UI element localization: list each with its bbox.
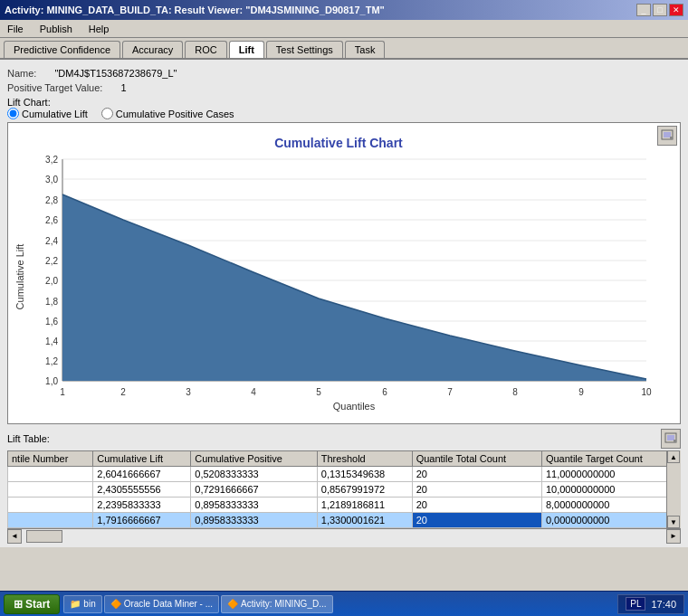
- chart-svg-wrapper: Cumulative Lift Chart Cumulative Lift: [8, 123, 680, 423]
- tab-roc[interactable]: ROC: [185, 41, 226, 58]
- cell-cum-pos-2: 0,7291666667: [191, 482, 318, 498]
- content-area: Name: "DM4J$T153687238679_L" Positive Ta…: [0, 60, 688, 547]
- lift-chart-section: Lift Chart: Cumulative Lift Cumulative P…: [7, 97, 681, 424]
- y-label-1-8: 1,8: [45, 297, 58, 307]
- y-label-2-6: 2,6: [45, 215, 58, 225]
- scroll-track[interactable]: [22, 529, 666, 543]
- cell-qtotal-2: 20: [412, 482, 541, 498]
- cell-cum-lift-1: 2,6041666667: [93, 467, 191, 482]
- radio-cumulative-positive-input[interactable]: [101, 108, 113, 119]
- svg-rect-28: [667, 435, 674, 441]
- scroll-right-arrow[interactable]: ►: [666, 529, 681, 544]
- svg-text:7: 7: [447, 387, 453, 397]
- col-cumulative-lift: Cumulative Lift: [93, 451, 191, 467]
- y-label-3-0: 3,0: [45, 175, 58, 185]
- table-header-row: Lift Table:: [7, 429, 681, 449]
- cell-threshold-1: 0,1315349638: [317, 467, 412, 482]
- lift-data-table: ntile Number Cumulative Lift Cumulative …: [7, 450, 681, 528]
- table-wrapper: ntile Number Cumulative Lift Cumulative …: [7, 450, 681, 528]
- svg-text:10: 10: [641, 387, 652, 397]
- tab-lift[interactable]: Lift: [229, 41, 264, 58]
- svg-text:4: 4: [251, 387, 256, 397]
- table-export-button[interactable]: [661, 429, 681, 449]
- table-scrollbar[interactable]: ▲ ▼: [666, 450, 681, 528]
- scroll-thumb[interactable]: [26, 530, 62, 543]
- maximize-button[interactable]: □: [653, 4, 667, 16]
- name-label: Name:: [7, 68, 36, 79]
- svg-text:1: 1: [60, 387, 65, 397]
- cell-threshold-4: 1,3300001621: [317, 513, 412, 528]
- cell-qtarget-1: 11,0000000000: [541, 467, 680, 482]
- tab-predictive-confidence[interactable]: Predictive Confidence: [4, 41, 120, 58]
- lift-curve-area: [62, 194, 646, 381]
- col-quantile-total: Quantile Total Count: [412, 451, 541, 467]
- y-label-3-2: 3,2: [45, 155, 58, 165]
- tab-bar: Predictive Confidence Accuracy ROC Lift …: [0, 38, 688, 60]
- svg-text:2: 2: [120, 387, 126, 397]
- chart-export-button[interactable]: [657, 126, 677, 146]
- chart-toolbar: [657, 126, 677, 146]
- info-row-name: Name: "DM4J$T153687238679_L": [7, 68, 681, 79]
- scroll-down-arrow[interactable]: ▼: [667, 516, 680, 528]
- cell-qtarget-2: 10,0000000000: [541, 482, 680, 498]
- cell-cum-lift-3: 2,2395833333: [93, 498, 191, 513]
- y-label-2-0: 2,0: [45, 276, 58, 286]
- svg-text:8: 8: [512, 387, 518, 397]
- lift-table-section: Lift Table: ntile Number Cumulative Lift…: [7, 429, 681, 543]
- radio-cumulative-lift-label: Cumulative Lift: [22, 109, 88, 119]
- chart-container: Cumulative Lift Chart Cumulative Lift: [7, 122, 681, 424]
- svg-rect-2: [670, 137, 673, 139]
- minimize-button[interactable]: _: [636, 4, 651, 16]
- radio-cumulative-positive[interactable]: Cumulative Positive Cases: [101, 108, 234, 119]
- cell-cum-lift-4: 1,7916666667: [93, 513, 191, 528]
- y-label-2-2: 2,2: [45, 256, 58, 266]
- positive-target-label: Positive Target Value:: [7, 82, 102, 93]
- cell-cum-pos-1: 0,5208333333: [191, 467, 318, 482]
- lift-chart-svg: Cumulative Lift Chart Cumulative Lift: [13, 128, 664, 417]
- cell-threshold-2: 0,8567991972: [317, 482, 412, 498]
- cell-qtotal-4: 20: [412, 513, 541, 528]
- close-button[interactable]: ✕: [669, 4, 683, 16]
- svg-text:6: 6: [382, 387, 387, 397]
- cell-qtarget-3: 8,0000000000: [541, 498, 680, 513]
- scroll-up-arrow[interactable]: ▲: [667, 450, 680, 463]
- radio-cumulative-lift-input[interactable]: [7, 108, 19, 119]
- y-axis-label: Cumulative Lift: [14, 244, 25, 310]
- menu-publish[interactable]: Publish: [36, 23, 76, 35]
- x-axis-label: Quantiles: [333, 401, 376, 412]
- cell-ntile-4: [8, 513, 93, 528]
- table-row[interactable]: 2,6041666667 0,5208333333 0,1315349638 2…: [8, 467, 681, 482]
- scroll-left-arrow[interactable]: ◄: [7, 529, 22, 544]
- menu-file[interactable]: File: [4, 23, 27, 35]
- tab-test-settings[interactable]: Test Settings: [266, 41, 343, 58]
- svg-text:3: 3: [186, 387, 191, 397]
- title-bar-buttons: _ □ ✕: [636, 4, 683, 16]
- svg-rect-29: [674, 440, 676, 442]
- col-threshold: Threshold: [317, 451, 412, 467]
- radio-cumulative-lift[interactable]: Cumulative Lift: [7, 108, 88, 119]
- title-bar: Activity: MINING_DATA_BUILD_TA: Result V…: [0, 0, 688, 20]
- cell-ntile-3: [8, 498, 93, 513]
- positive-target-value: 1: [120, 82, 126, 93]
- table-row[interactable]: 2,2395833333 0,8958333333 1,2189186811 2…: [8, 498, 681, 513]
- svg-rect-1: [664, 132, 671, 137]
- y-label-2-8: 2,8: [45, 195, 58, 205]
- col-quantile-target: Quantile Target Count: [541, 451, 680, 467]
- svg-text:5: 5: [316, 387, 321, 397]
- svg-text:9: 9: [578, 387, 584, 397]
- cell-threshold-3: 1,2189186811: [317, 498, 412, 513]
- radio-cumulative-positive-label: Cumulative Positive Cases: [116, 109, 234, 119]
- tab-accuracy[interactable]: Accuracy: [122, 41, 183, 58]
- lift-chart-label: Lift Chart:: [7, 97, 51, 108]
- table-row[interactable]: 2,4305555556 0,7291666667 0,8567991972 2…: [8, 482, 681, 498]
- info-row-target: Positive Target Value: 1: [7, 82, 681, 93]
- y-label-1-6: 1,6: [45, 317, 58, 327]
- table-row[interactable]: 1,7916666667 0,8958333333 1,3300001621 2…: [8, 513, 681, 528]
- menu-help[interactable]: Help: [85, 23, 113, 35]
- cell-qtotal-3: 20: [412, 498, 541, 513]
- horizontal-scrollbar[interactable]: ◄ ►: [7, 528, 681, 543]
- cell-ntile-1: [8, 467, 93, 482]
- tab-task[interactable]: Task: [345, 41, 386, 58]
- col-ntile: ntile Number: [8, 451, 93, 467]
- cell-qtotal-1: 20: [412, 467, 541, 482]
